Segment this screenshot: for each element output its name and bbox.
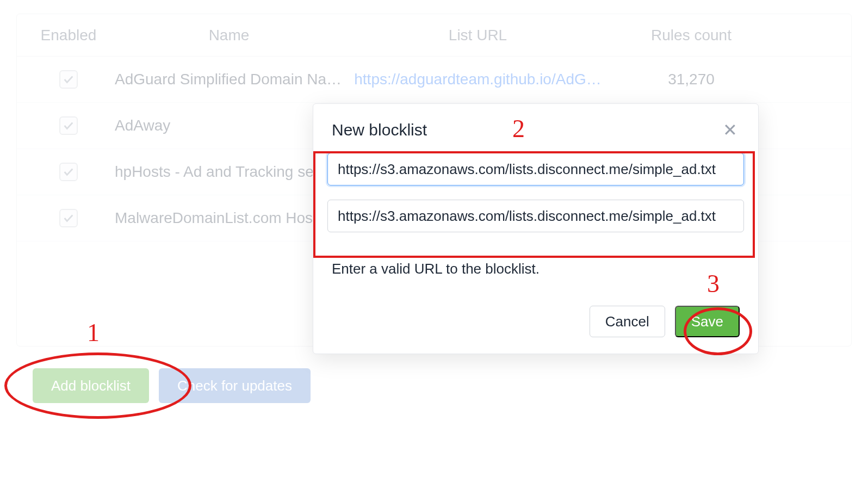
modal-title: New blocklist bbox=[332, 121, 427, 139]
save-button[interactable]: Save bbox=[675, 306, 740, 337]
modal-header: New blocklist ✕ bbox=[313, 104, 758, 153]
close-icon[interactable]: ✕ bbox=[721, 119, 740, 141]
page-root: Enabled Name List URL Rules count AdGuar… bbox=[0, 0, 868, 495]
new-blocklist-modal: New blocklist ✕ Enter a valid URL to the… bbox=[313, 103, 759, 354]
modal-body bbox=[313, 153, 758, 246]
modal-footer: Cancel Save bbox=[313, 277, 758, 354]
modal-help-text: Enter a valid URL to the blocklist. bbox=[313, 246, 758, 277]
cancel-button[interactable]: Cancel bbox=[590, 306, 665, 337]
blocklist-name-input[interactable] bbox=[327, 153, 744, 185]
blocklist-url-input[interactable] bbox=[327, 200, 744, 232]
